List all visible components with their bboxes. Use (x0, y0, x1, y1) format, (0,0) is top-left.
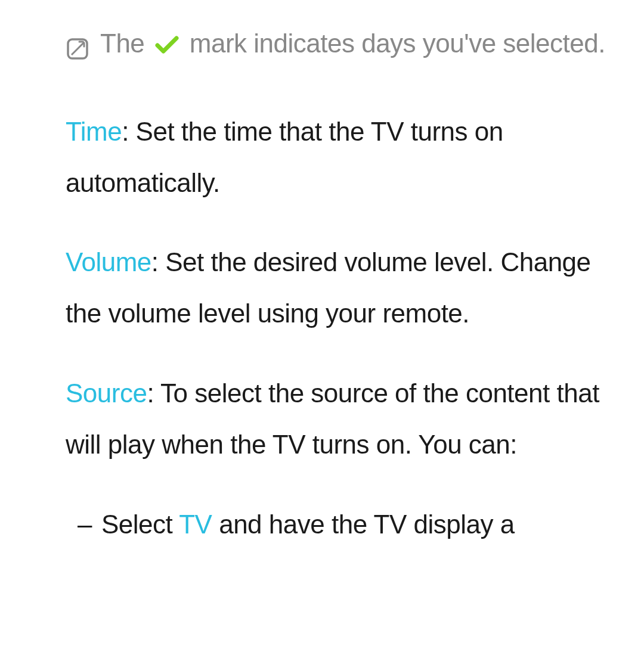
note-icon (66, 26, 89, 77)
note-block: The mark indicates days you've selected. (66, 18, 620, 77)
label-time: Time (66, 117, 122, 146)
entry-time: Time: Set the time that the TV turns on … (66, 106, 620, 209)
label-source: Source (66, 378, 147, 408)
svg-line-1 (72, 43, 83, 55)
subitem-suffix: and have the TV display a (212, 510, 514, 539)
label-volume: Volume (66, 247, 151, 277)
label-tv: TV (179, 510, 212, 539)
note-text: The mark indicates days you've selected. (100, 18, 620, 69)
entry-volume: Volume: Set the desired volume level. Ch… (66, 237, 620, 339)
note-text-before: The (100, 29, 151, 58)
entry-source: Source: To select the source of the cont… (66, 368, 620, 470)
desc-time: : Set the time that the TV turns on auto… (66, 117, 503, 197)
subitem-prefix: Select (101, 510, 179, 539)
checkmark-icon (155, 20, 179, 72)
dash: – (78, 499, 92, 550)
note-text-after: mark indicates days you've selected. (190, 29, 605, 58)
subitem-select-tv: – Select TV and have the TV display a (66, 499, 620, 550)
